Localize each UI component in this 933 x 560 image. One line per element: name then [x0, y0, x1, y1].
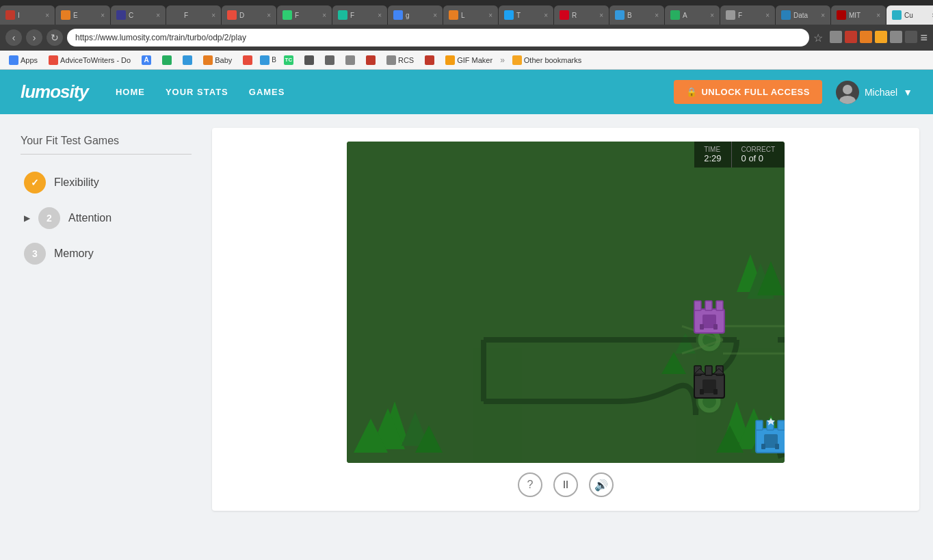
lumosity-header: lumosity HOME YOUR STATS GAMES 🔒 UNLOCK …: [0, 70, 933, 114]
browser-tab[interactable]: B×: [609, 5, 664, 25]
step-number-flexibility: ✓: [24, 172, 46, 194]
unlock-button[interactable]: 🔒 UNLOCK FULL ACCESS: [674, 80, 822, 104]
extension-icon[interactable]: [860, 31, 872, 43]
browser-tab[interactable]: L×: [443, 5, 498, 25]
browser-tab[interactable]: g×: [388, 5, 443, 25]
browser-tab[interactable]: Data×: [776, 5, 830, 25]
bookmark-misc3[interactable]: [342, 54, 358, 66]
browser-tab[interactable]: F×: [332, 5, 387, 25]
browser-tab-active[interactable]: Cu×: [886, 5, 933, 25]
back-button[interactable]: ‹: [5, 29, 22, 46]
bookmark-misc1[interactable]: [301, 54, 317, 66]
sidebar: Your Fit Test Games ✓ Flexibility ▶ 2 At…: [0, 128, 205, 546]
extension-icon[interactable]: [905, 31, 917, 43]
address-bar-row: ‹ › ↻ ☆ ≡: [0, 25, 933, 51]
reload-button[interactable]: ↻: [47, 29, 63, 46]
forward-button[interactable]: ›: [26, 29, 42, 46]
help-button[interactable]: ?: [518, 472, 542, 497]
sidebar-item-flexibility[interactable]: ✓ Flexibility: [21, 165, 192, 200]
hud-correct: CORRECT 0 of 0: [731, 142, 785, 168]
game-hud: TIME 2:29 CORRECT 0 of 0: [694, 142, 785, 168]
app-body: Your Fit Test Games ✓ Flexibility ▶ 2 At…: [0, 114, 933, 560]
browser-tab[interactable]: E×: [55, 5, 110, 25]
lock-icon: 🔒: [686, 87, 698, 97]
game-card: TIME 2:29 CORRECT 0 of 0: [212, 128, 919, 511]
browser-tab[interactable]: T×: [499, 5, 553, 25]
nav-home[interactable]: HOME: [116, 87, 145, 97]
bookmark-misc4[interactable]: [363, 54, 379, 66]
nav-games[interactable]: GAMES: [249, 87, 285, 97]
game-area: TIME 2:29 CORRECT 0 of 0: [347, 142, 785, 463]
svg-rect-44: [713, 389, 718, 395]
svg-rect-37: [713, 324, 718, 330]
browser-tab[interactable]: I×: [0, 5, 55, 25]
browser-tab[interactable]: R×: [554, 5, 609, 25]
dropdown-arrow-icon: ▼: [903, 87, 912, 98]
bookmark-tc[interactable]: TC: [280, 54, 297, 66]
bookmark-a[interactable]: A: [138, 54, 155, 66]
bookmark-icon[interactable]: [260, 55, 270, 65]
extension-icon[interactable]: [890, 31, 902, 43]
sidebar-item-memory[interactable]: 3 Memory: [21, 236, 192, 271]
bookmarks-bar: Apps AdviceToWriters - Do A Baby B TC: [0, 51, 933, 70]
sidebar-label-memory: Memory: [54, 248, 94, 260]
svg-rect-33: [705, 301, 712, 310]
user-menu[interactable]: Michael ▼: [836, 81, 912, 104]
svg-rect-52: [761, 444, 765, 449]
bookmark-rcs[interactable]: RCS: [383, 54, 417, 66]
svg-rect-32: [694, 301, 701, 310]
browser-tab[interactable]: A×: [665, 5, 720, 25]
game-svg: [347, 142, 785, 463]
bookmark-apps[interactable]: Apps: [5, 54, 41, 66]
sidebar-label-flexibility: Flexibility: [54, 176, 99, 189]
browser-tab[interactable]: D×: [222, 5, 276, 25]
browser-tab[interactable]: F×: [277, 5, 332, 25]
browser-tab[interactable]: MIT×: [831, 5, 886, 25]
svg-rect-40: [705, 366, 712, 375]
sidebar-title: Your Fit Test Games: [21, 135, 192, 155]
bookmark-green[interactable]: [159, 54, 175, 66]
user-avatar: [836, 81, 859, 104]
menu-button[interactable]: ≡: [920, 31, 928, 45]
svg-rect-36: [700, 324, 704, 330]
tab-bar: I× E× C× F× D× F× F× g× L× T× R× B× A× F…: [0, 0, 933, 25]
lumosity-logo: lumosity: [21, 81, 88, 103]
hud-time: TIME 2:29: [694, 142, 731, 168]
bookmark-blue[interactable]: [179, 54, 196, 66]
step-number-attention: 2: [38, 207, 60, 229]
browser-tab[interactable]: F×: [166, 5, 221, 25]
svg-rect-34: [716, 301, 723, 310]
address-input[interactable]: [67, 29, 809, 46]
sound-button[interactable]: 🔊: [589, 472, 614, 497]
extension-icon[interactable]: [875, 31, 887, 43]
svg-point-0: [843, 85, 852, 94]
svg-rect-53: [775, 444, 779, 449]
more-bookmarks-icon[interactable]: »: [500, 55, 505, 65]
bookmark-misc2[interactable]: [321, 54, 338, 66]
browser-chrome: I× E× C× F× D× F× F× g× L× T× R× B× A× F…: [0, 0, 933, 70]
step-number-memory: 3: [24, 243, 46, 265]
browser-tab[interactable]: F×: [720, 5, 775, 25]
extension-icon[interactable]: [845, 31, 857, 43]
bookmark-baby[interactable]: Baby: [200, 54, 235, 66]
svg-rect-50: [778, 421, 785, 430]
main-content: TIME 2:29 CORRECT 0 of 0: [205, 128, 933, 546]
svg-rect-43: [700, 389, 704, 395]
bookmark-other[interactable]: Other bookmarks: [509, 54, 585, 66]
nav-stats[interactable]: YOUR STATS: [166, 87, 228, 97]
svg-rect-48: [756, 421, 763, 430]
extension-icon[interactable]: [830, 31, 842, 43]
sidebar-label-attention: Attention: [68, 212, 111, 224]
main-nav: HOME YOUR STATS GAMES: [116, 87, 674, 97]
game-controls: ? ⏸ 🔊: [226, 472, 906, 497]
play-arrow-icon: ▶: [24, 213, 30, 223]
browser-tab[interactable]: C×: [111, 5, 166, 25]
pause-button[interactable]: ⏸: [553, 472, 578, 497]
svg-point-1: [839, 96, 856, 104]
bookmark-gif[interactable]: GIF Maker: [442, 54, 496, 66]
bookmark-star-icon[interactable]: ☆: [813, 31, 823, 44]
bookmark-advice[interactable]: AdviceToWriters - Do: [45, 54, 134, 66]
bookmark-red[interactable]: [239, 54, 256, 66]
bookmark-misc5[interactable]: [421, 54, 438, 66]
sidebar-item-attention[interactable]: ▶ 2 Attention: [21, 200, 192, 236]
